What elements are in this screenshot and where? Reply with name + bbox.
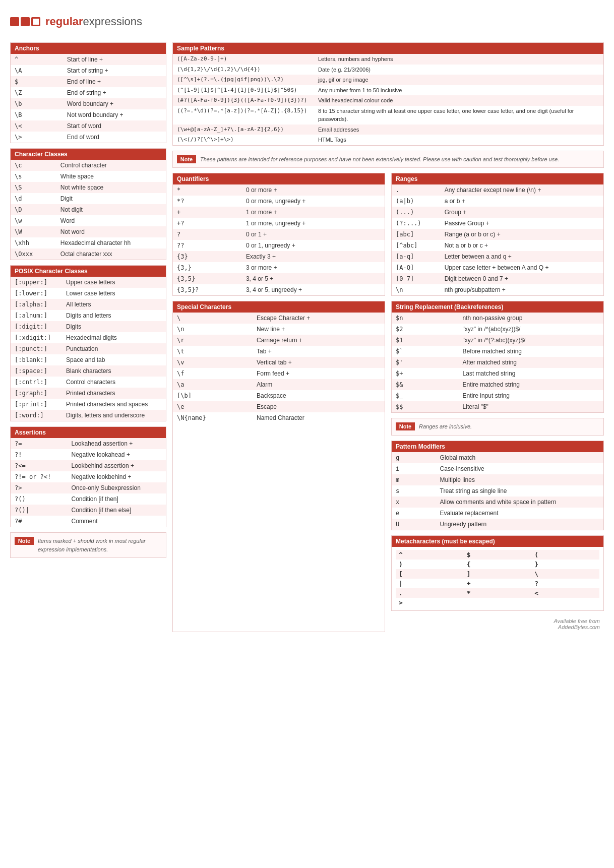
table-row: \BNot word boundary + [11,109,166,120]
special-chars-table: \Escape Character +\nNew line +\rCarriag… [173,313,385,423]
desc-cell: Start of word [63,120,166,132]
table-row: [A-Q]Upper case letter + between A and Q… [392,262,603,273]
desc-cell: Start of string + [63,65,166,76]
desc-cell: Letter between a and q + [441,251,603,262]
table-row: \WNot word [11,226,166,237]
assertions-table: ?=Lookahead assertion +?!Negative lookah… [11,438,166,527]
desc-cell: Literal "$" [459,401,603,412]
desc-cell: Digits and letters [62,310,166,321]
desc-cell: Hexadecimal character hh [56,237,166,249]
table-row: \rCarriage return + [173,335,385,346]
desc-cell: Condition [if then else] [67,505,166,516]
table-row: ^Start of line + [11,54,166,65]
code-cell: \d [11,193,56,204]
desc-cell: Comment [67,516,166,527]
table-row: {3,5}3, 4 or 5 + [173,273,385,284]
code-cell: (#?([A-Fa-f0-9]){3}(([A-Fa-f0-9]){3})?) [173,95,314,106]
metacharacters-header: Metacharacters (must be escaped) [392,536,603,547]
table-row: \SNot white space [11,182,166,193]
table-row: ((?=.*\d)(?=.*[a-z])(?=.*[A-Z]).{8,15})8… [173,106,603,125]
table-row: $&Entire matched string [392,379,603,390]
table-row: $2"xyz" in /^(abc(xyz))$/ [392,324,603,335]
code-cell: $$ [392,401,459,412]
meta-char-cell: > [396,598,464,607]
desc-cell: Not word boundary + [63,109,166,120]
table-row: UUngreedy pattern [392,519,603,530]
table-row: *0 or more + [173,184,385,196]
desc-cell: Hexadecimal digits [62,332,166,343]
desc-cell: 0 or 1 + [242,229,385,240]
desc-cell: Negative lookahead + [67,449,166,460]
table-row: [:blank:]Space and tab [11,354,166,365]
pattern-modifiers-section: Pattern Modifiers gGlobal matchiCase-ins… [391,441,604,530]
desc-cell: Any character except new line (\n) + [441,184,603,196]
table-row: gGlobal match [392,452,603,463]
table-row: \dDigit [11,193,166,204]
desc-cell: Escape [253,401,385,412]
meta-char-cell: . [396,588,464,598]
code-cell: [:space:] [11,365,62,377]
table-row: [:digit:]Digits [11,321,166,332]
desc-cell: Treat string as single line [436,485,603,497]
left-column: Anchors ^Start of line +\AStart of strin… [10,42,166,632]
desc-cell: Case-insensitive [436,463,603,474]
code-cell: \c [11,160,56,171]
code-cell: ?> [11,482,67,493]
desc-cell: Last matched string [459,368,603,379]
table-row: xAllow comments and white space in patte… [392,497,603,508]
desc-cell: Group + [441,207,603,218]
table-row: $_Entire input string [392,390,603,401]
code-cell: \< [11,120,63,132]
code-cell: $ [11,76,63,87]
footer-text: Available free from AddedBytes.com [391,616,604,632]
code-cell: ?= [11,438,67,449]
table-row: eEvaluate replacement [392,508,603,519]
code-cell: [A-Q] [392,262,441,273]
code-cell: (a|b) [392,196,441,207]
desc-cell: Passive Group + [441,218,603,229]
code-cell: s [392,485,436,497]
code-cell: [:xdigit:] [11,332,62,343]
assertions-section: Assertions ?=Lookahead assertion +?!Nega… [10,426,166,527]
code-cell: ?? [173,240,242,251]
code-cell: \W [11,226,56,237]
desc-cell: Printed characters [62,388,166,399]
quantifiers-section: Quantifiers *0 or more +*?0 or more, ung… [172,173,385,296]
code-cell: *? [173,196,242,207]
meta-char-cell: \ [531,569,599,579]
code-cell: \A [11,65,63,76]
table-row: ?>Once-only Subexpression [11,482,166,493]
desc-cell: 0 or more, ungreedy + [242,196,385,207]
table-row: $1"xyz" in /^(?:abc)(xyz)$/ [392,335,603,346]
desc-cell: Not word [56,226,166,237]
code-cell: ?# [11,516,67,527]
assertions-note-box: Note Items marked + should work in most … [10,532,166,558]
code-cell: $& [392,379,459,390]
code-cell: + [173,207,242,218]
character-classes-section: Character Classes \cControl character\sW… [10,148,166,260]
code-cell: \S [11,182,56,193]
code-cell: [:print:] [11,399,62,410]
table-row: \vVertical tab + [173,357,385,368]
desc-cell: White space [56,171,166,182]
table-row: [:alpha:]All letters [11,299,166,310]
table-row: [:xdigit:]Hexadecimal digits [11,332,166,343]
desc-cell: Ungreedy pattern [436,519,603,530]
code-cell: \n [392,284,441,295]
anchors-table: ^Start of line +\AStart of string +$End … [11,54,166,143]
meta-char-cell: ? [531,579,599,588]
code-cell: m [392,474,436,485]
code-cell: [:word:] [11,410,62,421]
table-row: (#?([A-Fa-f0-9]){3}(([A-Fa-f0-9]){3})?)V… [173,95,603,106]
desc-cell: End of line + [63,76,166,87]
table-row: ?!Negative lookahead + [11,449,166,460]
code-cell: \xhh [11,237,56,249]
table-row: [:space:]Blank characters [11,365,166,377]
table-row: {3}Exactly 3 + [173,251,385,262]
code-cell: \r [173,335,253,346]
metacharacters-grid: ^$(){}[]\|+?.*<> [392,547,603,610]
code-cell: $+ [392,368,459,379]
table-row: (?:...)Passive Group + [392,218,603,229]
code-cell: (\d{1,2}\/\d{1,2}\/\d{4}) [173,65,314,75]
logo-box-3 [31,17,40,26]
